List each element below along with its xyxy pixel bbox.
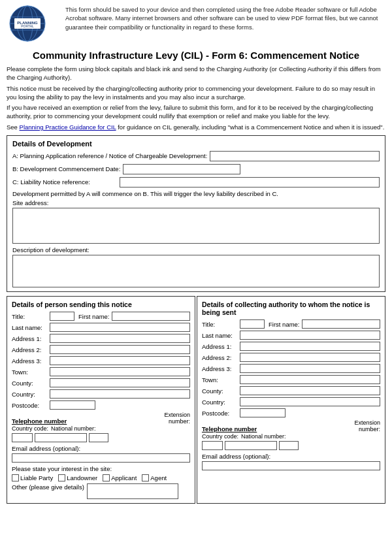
other-textarea[interactable] — [87, 483, 178, 499]
auth-national-number-input[interactable] — [225, 441, 277, 450]
person-county-input[interactable] — [50, 378, 190, 387]
auth-address3-row: Address 3: — [202, 364, 380, 373]
field-c-input[interactable] — [120, 177, 380, 187]
person-tel-label: Telephone number — [12, 417, 67, 425]
auth-tel-section: Telephone number Extensionnumber: Countr… — [202, 419, 380, 450]
person-country-code-label: Country code: — [12, 425, 48, 432]
person-address1-input[interactable] — [50, 334, 190, 343]
field-a-label: A: Planning Application reference / Noti… — [12, 152, 207, 160]
person-county-row: County: — [12, 378, 190, 387]
person-address1-row: Address 1: — [12, 334, 190, 343]
auth-address1-label: Address 1: — [202, 343, 238, 350]
field-c-row: C: Liability Notice reference: — [12, 177, 380, 187]
auth-town-input[interactable] — [240, 375, 380, 384]
auth-email-label: Email address (optional): — [202, 453, 270, 460]
two-column-section: Details of person sending this notice Ti… — [7, 296, 385, 504]
person-address3-input[interactable] — [50, 356, 190, 365]
ppg-link[interactable]: Planning Practice Guidance for CIL — [20, 123, 116, 131]
auth-lastname-input[interactable] — [240, 331, 380, 340]
auth-title-input[interactable] — [240, 319, 265, 329]
field-a-row: A: Planning Application reference / Noti… — [12, 151, 380, 161]
person-country-input[interactable] — [50, 389, 190, 399]
person-address2-input[interactable] — [50, 345, 190, 354]
person-national-label: National number: — [51, 425, 96, 432]
development-static-text: Development permitted by A will commence… — [12, 190, 380, 197]
intro-line3: If you have received an exemption or rel… — [7, 103, 385, 121]
person-address3-label: Address 3: — [12, 357, 48, 365]
auth-county-input[interactable] — [240, 386, 380, 395]
checkbox-applicant[interactable]: Applicant — [103, 474, 137, 481]
auth-tel-label: Telephone number — [202, 425, 257, 432]
auth-email-input[interactable] — [202, 461, 380, 470]
checkbox-agent[interactable]: Agent — [142, 474, 167, 481]
details-of-development-section: Details of Development A: Planning Appli… — [7, 135, 385, 292]
person-tel-inputs — [12, 433, 190, 442]
person-lastname-input[interactable] — [50, 323, 190, 332]
person-address2-label: Address 2: — [12, 346, 48, 353]
auth-email-section: Email address (optional): — [202, 453, 380, 470]
auth-address1-input[interactable] — [240, 342, 380, 351]
auth-address2-input[interactable] — [240, 353, 380, 362]
person-postcode-row: Postcode: — [12, 400, 190, 410]
auth-country-code-input[interactable] — [202, 441, 223, 450]
auth-firstname-input[interactable] — [302, 319, 380, 329]
auth-address3-input[interactable] — [240, 364, 380, 373]
person-title-firstname-row: Title: First name: — [12, 312, 190, 321]
person-town-label: Town: — [12, 368, 48, 376]
planning-portal-logo: PLANNING PORTAL — [8, 5, 57, 44]
auth-postcode-input[interactable] — [240, 408, 286, 417]
liable-label: Liable Party — [20, 474, 53, 481]
site-address-label: Site address: — [12, 199, 380, 206]
auth-address1-row: Address 1: — [202, 342, 380, 351]
agent-checkbox[interactable] — [142, 474, 149, 481]
person-national-number-input[interactable] — [35, 433, 87, 442]
auth-county-label: County: — [202, 387, 238, 395]
auth-town-row: Town: — [202, 375, 380, 384]
description-textarea[interactable] — [12, 255, 380, 287]
auth-county-row: County: — [202, 386, 380, 395]
agent-label: Agent — [150, 474, 167, 481]
person-title-input[interactable] — [50, 312, 74, 321]
landowner-checkbox[interactable] — [58, 474, 65, 481]
checkbox-landowner[interactable]: Landowner — [58, 474, 97, 481]
person-lastname-row: Last name: — [12, 323, 190, 332]
person-tel-section: Telephone number Extensionnumber: Countr… — [12, 412, 190, 442]
person-town-input[interactable] — [50, 367, 190, 376]
intro-line4: See Planning Practice Guidance for CIL f… — [7, 123, 385, 131]
site-address-textarea[interactable] — [12, 208, 380, 244]
liable-checkbox[interactable] — [12, 474, 19, 481]
field-b-input[interactable] — [123, 164, 240, 174]
details-section-title: Details of Development — [12, 140, 380, 148]
person-title-label: Title: — [12, 313, 48, 320]
interest-label: Please state your interest in the site: — [12, 465, 190, 472]
person-town-row: Town: — [12, 367, 190, 376]
person-firstname-input[interactable] — [112, 312, 190, 321]
field-c-label: C: Liability Notice reference: — [12, 178, 117, 186]
auth-extension-input[interactable] — [279, 441, 299, 450]
checkbox-liable[interactable]: Liable Party — [12, 474, 53, 481]
person-country-code-input[interactable] — [12, 433, 33, 442]
auth-country-code-label: Country code: — [202, 433, 238, 440]
person-section: Details of person sending this notice Ti… — [7, 296, 195, 504]
svg-text:PORTAL: PORTAL — [21, 24, 34, 28]
auth-extension-label-top: Extensionnumber: — [354, 419, 380, 432]
auth-title-firstname-row: Title: First name: — [202, 319, 380, 329]
auth-country-input[interactable] — [240, 397, 380, 406]
person-email-input[interactable] — [12, 453, 190, 463]
applicant-checkbox[interactable] — [103, 474, 110, 481]
person-country-label: Country: — [12, 391, 48, 398]
authority-section: Details of collecting authority to whom … — [197, 296, 385, 504]
header-notice-text: This form should be saved to your device… — [65, 5, 385, 44]
other-row: Other (please give details) — [12, 483, 190, 499]
auth-lastname-label: Last name: — [202, 332, 238, 339]
field-a-input[interactable] — [210, 151, 380, 161]
intro-line2: This notice must be received by the char… — [7, 84, 385, 102]
auth-country-label: Country: — [202, 399, 238, 406]
person-extension-input[interactable] — [89, 433, 108, 442]
auth-lastname-row: Last name: — [202, 331, 380, 340]
authority-section-title: Details of collecting authority to whom … — [202, 301, 380, 316]
auth-address2-row: Address 2: — [202, 353, 380, 362]
person-postcode-input[interactable] — [50, 400, 95, 410]
person-extension-label-top: Extensionnumber: — [164, 412, 190, 425]
person-firstname-label: First name: — [78, 313, 110, 320]
